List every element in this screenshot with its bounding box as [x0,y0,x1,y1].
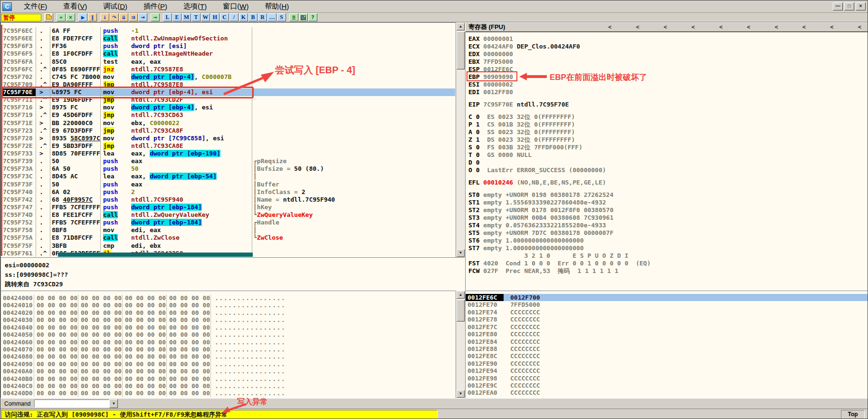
disasm-row[interactable]: 7C95F758.8BF8movedi, eax│ [1,226,455,234]
disasm-row[interactable]: 7C95F6F3.FF36pushdword ptr [esi] [1,42,455,50]
menu-item-window[interactable]: 窗口(W) [215,0,257,12]
disasm-row[interactable]: 7C95F6FC.^0F85 E690FFFFjnzntdll.7C9587E8 [1,66,455,73]
restart-button[interactable]: « [57,13,66,21]
register-line[interactable]: EAX 00000001 [468,35,868,43]
windows-window-button[interactable]: W [201,13,210,21]
disasm-row[interactable]: 7C95F739.50pusheax┌pReqsize [1,157,455,165]
register-line[interactable]: ECX 00424AF0 DEP_Clos.00424AF0 [468,43,868,50]
hexdump-row[interactable]: 0042409000 00 00 0000 00 00 0000 00 00 0… [1,361,455,368]
stack-row[interactable]: 0012FE9CCCCCCCCC [466,382,868,389]
log-window-button[interactable]: L [163,13,172,21]
disasm-vscrollbar[interactable]: ▲ ▼ [456,22,465,257]
close-window-button[interactable]: × [856,2,866,10]
register-line[interactable]: ESI 00000002 [468,81,868,88]
stack-row[interactable]: 0012FEA0CCCCCCCC [466,389,868,396]
close-program-button[interactable]: × [66,13,75,21]
open-file-button[interactable] [44,13,53,21]
source-window-button[interactable]: S [277,13,286,21]
chevron-left-icon[interactable]: < [830,24,833,30]
disasm-row[interactable]: 7C95F719.^E9 45D6FDFFjmpntdll.7C93CD63 [1,111,455,119]
app-icon[interactable]: C [2,2,12,11]
disasm-row[interactable]: 7C95F73F.50pusheax│Buffer [1,181,455,188]
register-line[interactable]: EDX 00000000 [468,50,868,58]
disasm-row[interactable]: 7C95F723.^E9 67D3FDFFjmpntdll.7C93CA8F [1,127,455,135]
hexdump-row[interactable]: 0042405000 00 00 0000 00 00 0000 00 00 0… [1,331,455,338]
hexdump-row[interactable]: 0042401000 00 00 0000 00 00 0000 00 00 0… [1,302,455,309]
go-to-address-button[interactable]: → [151,13,160,21]
stack-row[interactable]: 0012FE84CCCCCCCC [466,338,868,345]
menu-item-options[interactable]: 选项(T) [175,0,215,12]
register-line[interactable]: A 0 SS 0023 32位 0(FFFFFFFF) [468,128,868,136]
disasm-hscrollbar[interactable] [58,253,253,257]
register-line[interactable]: ST5 empty +UNORM 7D7C 00380178 0000007F [468,229,868,237]
disasm-row[interactable]: 7C95F72E.^E9 5BD3FDFFjmpntdll.7C93CA8E [1,142,455,150]
chevron-left-icon[interactable]: < [636,24,639,30]
hexdump-row[interactable]: 0042406000 00 00 0000 00 00 0000 00 00 0… [1,339,455,346]
disasm-row[interactable]: 7C95F740.6A 02push2│InfoClass = 2 [1,188,455,196]
register-line[interactable]: C 0 ES 0023 32位 0(FFFFFFFF) [468,113,868,121]
step-into-button[interactable]: ↓ [100,13,109,21]
disasm-row[interactable]: 7C95F70E>↳8975 FCmovdword ptr [ebp-4], e… [1,88,455,96]
threads-window-button[interactable]: T [191,13,200,21]
scrollbar-thumb[interactable] [457,31,465,69]
hexdump-row[interactable]: 004240D000 00 00 0000 00 00 0000 00 00 0… [1,390,455,397]
hexdump-row[interactable]: 0042408000 00 00 0000 00 00 0000 00 00 0… [1,353,455,360]
patches-window-button[interactable]: / [229,13,238,21]
register-line[interactable]: EDI 0012FF80 [468,88,868,96]
log-settings-button[interactable]: ≣ [289,13,298,21]
register-line[interactable]: FCW 027F Prec NEAR,53 掩码 1 1 1 1 1 1 [468,267,868,275]
chevron-left-icon[interactable]: < [608,24,611,30]
stack-row[interactable]: 0012FE98CCCCCCCC [466,375,868,382]
register-line[interactable]: ST2 empty +UNORM 0178 0012F8F0 00380570 [468,206,868,214]
stack-row[interactable]: 0012FE90CCCCCCCC [466,360,868,367]
menu-item-debug[interactable]: 调试(D) [95,0,135,12]
register-line[interactable]: ST4 empty 0.0576362333221855280e-4933 [468,222,868,229]
disasm-row[interactable]: 7C95F6EC.6A FFpush-1 [1,27,455,35]
hexdump-row[interactable]: 004240A000 00 00 0000 00 00 0000 00 00 0… [1,368,455,375]
register-line[interactable]: P 1 CS 001B 32位 0(FFFFFFFF) [468,121,868,128]
disasm-row[interactable]: 7C95F6EE.E8 FDE7FCFFcallntdll.ZwUnmapVie… [1,35,455,42]
command-dropdown-button[interactable]: ▼ [109,399,118,408]
hexdump-pane[interactable]: 0042400000 00 00 0000 00 00 0000 00 00 0… [0,291,456,398]
register-line[interactable]: ST1 empty 1.5556933390227860480e-4932 [468,199,868,206]
register-line[interactable]: S 0 FS 003B 32位 7FFDF000(FFF) [468,144,868,151]
register-line[interactable]: 3 2 1 0 E S P U O Z D I [468,252,868,260]
stack-pane[interactable]: 0012FE6C0012F7000012FE707FFD50000012FE74… [465,291,868,398]
execute-till-return-button[interactable]: ⇥ [138,13,147,21]
disasm-row[interactable]: 7C95F742.68 40F9957Cpushntdll.7C95F940│N… [1,196,455,204]
step-over-button[interactable]: ↷ [110,13,119,21]
chevron-left-icon[interactable]: < [802,24,806,30]
handles-window-button[interactable]: H [210,13,219,21]
run-trace-window-button[interactable]: … [267,13,277,21]
disasm-row[interactable]: 7C95F73A.6A 50push50│Bufsize = 50 (80.) [1,165,455,173]
chevron-left-icon[interactable]: < [858,24,861,30]
chevron-left-icon[interactable]: < [774,24,778,30]
cpu-window-button[interactable]: C [220,13,229,21]
minimize-button[interactable]: — [833,2,843,10]
menu-item-help[interactable]: 帮助(H) [257,0,297,12]
memory-window-button[interactable]: M [182,13,191,21]
chevron-left-icon[interactable]: < [664,24,667,30]
disasm-row[interactable]: 7C95F728>8935 58C8997Cmovdword ptr [7C99… [1,135,455,142]
disassembly-pane[interactable]: 7C95F6EC.6A FFpush-17C95F6EE.E8 FDE7FCFF… [0,22,456,257]
stack-row[interactable]: 0012FE88CCCCCCCC [466,345,868,352]
hexdump-row[interactable]: 004240C000 00 00 0000 00 00 0000 00 00 0… [1,382,455,390]
run-button[interactable]: ▶ [78,13,87,21]
help-button[interactable]: ? [308,13,317,21]
stack-row[interactable]: 0012FE78CCCCCCCC [466,316,868,323]
stack-row[interactable]: 0012FE94CCCCCCCC [466,367,868,374]
chevron-left-icon[interactable]: < [719,24,723,30]
hexdump-row[interactable]: 0042400000 00 00 0000 00 00 0000 00 00 0… [1,294,455,302]
stack-row[interactable]: 0012FE8CCCCCCCCC [466,352,868,360]
register-line[interactable]: ST3 empty +UNORM 00B4 00380608 7C930961 [468,214,868,222]
scroll-up-icon[interactable]: ▲ [457,23,465,30]
menu-item-view[interactable]: 查看(V) [55,0,95,12]
references-window-button[interactable]: R [258,13,267,21]
executables-window-button[interactable]: E [172,13,181,21]
chevron-left-icon[interactable]: < [691,24,695,30]
breakpoints-window-button[interactable]: B [248,13,258,21]
disasm-row[interactable]: 7C95F716>8975 FCmovdword ptr [ebp-4], es… [1,104,455,111]
disasm-row[interactable]: 7C95F711.^E9 19D6FDFFjmpntdll.7C93CD2F [1,96,455,104]
disasm-row[interactable]: 7C95F6FA.85C0testeax, eax [1,58,455,66]
register-line[interactable]: EBX 7FFD5000 [468,58,868,66]
